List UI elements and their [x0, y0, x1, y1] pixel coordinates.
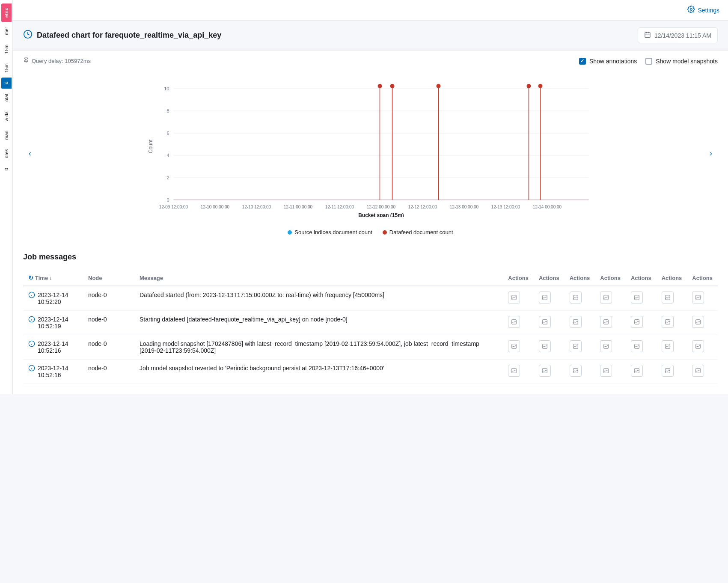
svg-text:12-10 12:00:00: 12-10 12:00:00	[242, 205, 271, 209]
action-icon-chart5[interactable]	[631, 340, 643, 352]
action-icon-chart6[interactable]	[662, 365, 674, 377]
chart-prev-button[interactable]: ‹	[23, 147, 37, 161]
sidebar-tab-etric[interactable]: etric	[1, 3, 12, 22]
action-icon-chart2[interactable]	[539, 292, 551, 303]
action-icon-chart5[interactable]	[631, 292, 643, 303]
action-icon-chart4[interactable]	[600, 316, 612, 328]
svg-rect-47	[543, 295, 547, 300]
show-model-snapshots-option[interactable]: Show model snapshots	[645, 58, 718, 65]
chart-container: Count 0	[37, 71, 704, 235]
action-icon-chart5[interactable]	[631, 316, 643, 328]
pin-icon	[23, 57, 29, 65]
show-annotations-checkbox[interactable]	[579, 58, 586, 65]
td-action-5	[626, 311, 657, 335]
info-icon	[28, 340, 35, 348]
chart-legend: Source indices document count Datafeed d…	[37, 229, 704, 235]
th-actions-4: Actions	[595, 270, 626, 286]
job-messages-section: Job messages ↻ Time ↓ Node	[13, 242, 728, 394]
settings-link[interactable]: Settings	[687, 6, 719, 15]
sidebar-tab-otat[interactable]: otat	[1, 89, 12, 106]
td-action-7	[687, 335, 718, 360]
chart-svg: Count 0	[37, 71, 704, 226]
sidebar-tab-dres[interactable]: dres	[1, 145, 12, 162]
action-icon-chart2[interactable]	[539, 340, 551, 352]
action-icon-chart4[interactable]	[600, 365, 612, 377]
th-time: ↻ Time ↓	[23, 270, 83, 286]
td-node: node-0	[83, 335, 134, 360]
sidebar-tab-mer[interactable]: mer	[1, 23, 12, 39]
messages-table: ↻ Time ↓ Node Message Actions Actions Ac…	[23, 270, 718, 384]
info-icon	[28, 316, 35, 324]
th-actions-5: Actions	[626, 270, 657, 286]
td-action-3	[565, 286, 595, 311]
td-action-5	[626, 335, 657, 360]
action-icon-chart7[interactable]	[692, 316, 704, 328]
chart-next-button[interactable]: ›	[704, 147, 718, 161]
td-action-3	[565, 311, 595, 335]
sidebar-tab-man[interactable]: man	[1, 126, 12, 144]
svg-rect-51	[665, 295, 670, 300]
query-delay: Query delay: 105972ms	[23, 57, 91, 65]
sidebar-tab-c[interactable]: c	[1, 77, 12, 89]
action-icon-chart[interactable]	[508, 340, 520, 352]
top-bar: Settings	[13, 0, 728, 21]
action-icon-chart3[interactable]	[570, 365, 582, 377]
action-icon-chart6[interactable]	[662, 340, 674, 352]
svg-rect-70	[635, 344, 639, 349]
action-icon-chart3[interactable]	[570, 292, 582, 303]
legend-datafeed-dot	[383, 230, 387, 235]
td-node: node-0	[83, 311, 134, 335]
svg-rect-2	[645, 33, 650, 38]
td-message: Datafeed started (from: 2023-12-13T17:15…	[134, 286, 503, 311]
sidebar-tab-0[interactable]: 0	[1, 164, 12, 175]
action-icon-chart5[interactable]	[631, 365, 643, 377]
svg-text:12-13 00:00:00: 12-13 00:00:00	[450, 205, 479, 209]
svg-text:2: 2	[166, 175, 169, 180]
th-actions-2: Actions	[534, 270, 565, 286]
action-icon-chart2[interactable]	[539, 365, 551, 377]
svg-rect-67	[543, 344, 547, 349]
svg-text:12-11 12:00:00: 12-11 12:00:00	[325, 205, 354, 209]
action-icon-chart4[interactable]	[600, 340, 612, 352]
sidebar-tab-15m-1[interactable]: 15m	[1, 40, 12, 58]
action-icon-chart[interactable]	[508, 316, 520, 328]
svg-rect-80	[635, 369, 639, 373]
svg-point-27	[437, 84, 441, 88]
svg-rect-57	[543, 320, 547, 324]
svg-text:10: 10	[164, 86, 169, 91]
action-icon-chart[interactable]	[508, 292, 520, 303]
sidebar-tab-15m-2[interactable]: 15m	[1, 59, 12, 77]
action-icon-chart7[interactable]	[692, 365, 704, 377]
td-node: node-0	[83, 360, 134, 384]
action-icon-chart3[interactable]	[570, 340, 582, 352]
td-node: node-0	[83, 286, 134, 311]
action-icon-chart6[interactable]	[662, 292, 674, 303]
show-model-snapshots-checkbox[interactable]	[645, 58, 652, 65]
td-time: 2023-12-14 10:52:19	[23, 311, 83, 335]
panel-header: Datafeed chart for farequote_realtime_vi…	[13, 21, 728, 51]
action-icon-chart7[interactable]	[692, 340, 704, 352]
svg-text:12-09 12:00:00: 12-09 12:00:00	[159, 205, 188, 209]
action-icon-chart4[interactable]	[600, 292, 612, 303]
action-icon-chart7[interactable]	[692, 292, 704, 303]
action-icon-chart3[interactable]	[570, 316, 582, 328]
td-action-6	[657, 335, 687, 360]
svg-rect-68	[573, 344, 578, 349]
action-icon-chart2[interactable]	[539, 316, 551, 328]
sidebar-tab-wda[interactable]: w da	[1, 107, 12, 125]
td-time: 2023-12-14 10:52:16	[23, 335, 83, 360]
table-row: 2023-12-14 10:52:20 node-0 Datafeed star…	[23, 286, 718, 311]
action-icon-chart[interactable]	[508, 365, 520, 377]
svg-rect-58	[573, 320, 578, 324]
td-action-3	[565, 335, 595, 360]
table-header-row: ↻ Time ↓ Node Message Actions Actions Ac…	[23, 270, 718, 286]
svg-text:12-13 12:00:00: 12-13 12:00:00	[491, 205, 520, 209]
svg-rect-72	[696, 344, 701, 349]
td-action-1	[503, 311, 534, 335]
show-annotations-option[interactable]: Show annotations	[579, 58, 637, 65]
svg-rect-49	[604, 295, 609, 300]
td-message: Starting datafeed [datafeed-farequote_re…	[134, 311, 503, 335]
action-icon-chart6[interactable]	[662, 316, 674, 328]
svg-rect-21	[174, 199, 589, 200]
gear-icon	[687, 6, 695, 15]
